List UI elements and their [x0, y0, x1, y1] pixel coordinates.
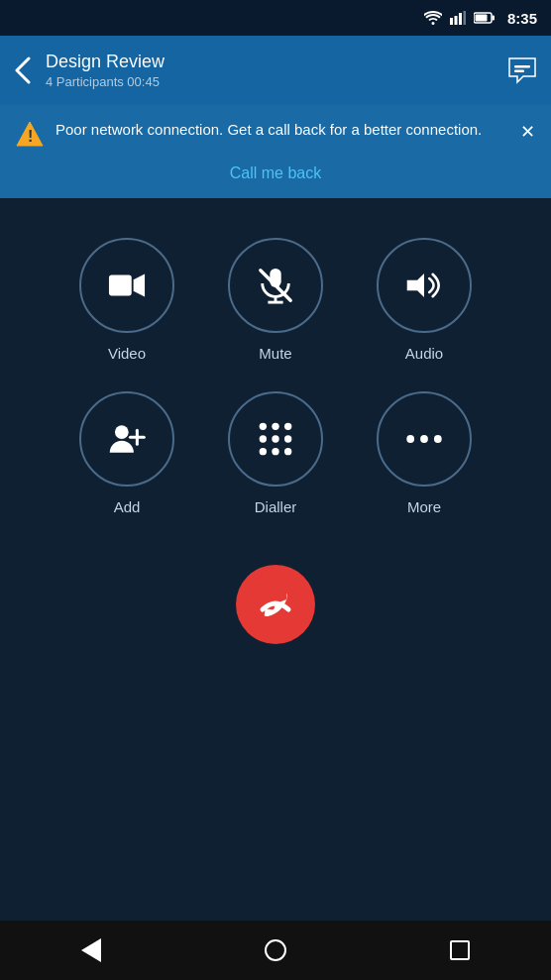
wifi-icon	[424, 11, 442, 25]
end-call-container	[236, 565, 315, 644]
audio-button[interactable]	[377, 238, 472, 333]
notification-row: ! Poor network connection. Get a call ba…	[16, 119, 535, 153]
svg-marker-12	[134, 274, 145, 297]
audio-control[interactable]: Audio	[355, 238, 494, 362]
more-button[interactable]	[377, 391, 472, 487]
close-notification-button[interactable]: ✕	[520, 121, 535, 143]
svg-point-29	[284, 448, 291, 455]
nav-bar	[0, 921, 551, 980]
end-call-icon	[255, 584, 296, 625]
svg-point-21	[260, 423, 267, 430]
svg-marker-17	[407, 273, 424, 297]
dialler-icon	[257, 420, 294, 458]
more-control[interactable]: More	[355, 391, 494, 515]
video-control[interactable]: Video	[57, 238, 196, 362]
chat-button[interactable]	[507, 56, 537, 84]
video-button[interactable]	[79, 238, 174, 333]
mute-label: Mute	[259, 345, 291, 362]
svg-text:!: !	[28, 128, 33, 145]
nav-home-button[interactable]	[265, 939, 286, 961]
video-icon	[108, 267, 146, 304]
more-label: More	[407, 498, 441, 515]
meeting-title: Design Review	[46, 52, 507, 72]
add-button[interactable]	[79, 391, 174, 487]
controls-grid: Video Mute	[28, 238, 523, 515]
meeting-subtitle: 4 Participants 00:45	[46, 74, 507, 89]
battery-icon	[474, 12, 496, 24]
nav-recents-button[interactable]	[450, 940, 470, 960]
header: Design Review 4 Participants 00:45	[0, 36, 551, 105]
recents-nav-icon	[450, 940, 470, 960]
audio-label: Audio	[405, 345, 443, 362]
svg-rect-5	[492, 16, 495, 21]
svg-point-25	[272, 435, 278, 442]
nav-back-button[interactable]	[81, 938, 101, 962]
back-nav-icon	[81, 938, 101, 962]
main-content: Video Mute	[0, 198, 551, 644]
svg-rect-11	[109, 275, 132, 296]
chat-icon	[507, 56, 537, 84]
status-bar: 8:35	[0, 0, 551, 36]
mute-icon	[257, 267, 294, 304]
svg-point-23	[284, 423, 291, 430]
svg-point-31	[420, 435, 428, 443]
more-icon	[405, 420, 443, 458]
add-control[interactable]: Add	[57, 391, 196, 515]
add-label: Add	[114, 498, 141, 515]
add-participant-icon	[108, 420, 146, 458]
dialler-button[interactable]	[228, 391, 323, 487]
svg-point-30	[406, 435, 414, 443]
svg-point-27	[260, 448, 267, 455]
svg-rect-1	[454, 16, 457, 25]
svg-rect-7	[514, 65, 530, 68]
svg-rect-8	[514, 70, 524, 73]
end-call-button[interactable]	[236, 565, 315, 644]
svg-rect-6	[475, 15, 487, 22]
status-time: 8:35	[507, 10, 537, 27]
svg-point-22	[272, 423, 278, 430]
svg-point-26	[284, 435, 291, 442]
video-label: Video	[108, 345, 146, 362]
svg-point-28	[272, 448, 278, 455]
mute-control[interactable]: Mute	[206, 238, 345, 362]
header-info: Design Review 4 Participants 00:45	[46, 52, 507, 89]
svg-point-24	[260, 435, 267, 442]
signal-icon	[450, 11, 466, 25]
call-me-back-button[interactable]: Call me back	[16, 153, 535, 198]
notification-text: Poor network connection. Get a call back…	[55, 119, 508, 141]
notification-banner: ! Poor network connection. Get a call ba…	[0, 105, 551, 198]
back-button[interactable]	[14, 56, 32, 84]
svg-rect-2	[459, 13, 462, 25]
warning-icon: !	[16, 121, 44, 153]
dialler-control[interactable]: Dialler	[206, 391, 345, 515]
dialler-label: Dialler	[255, 498, 297, 515]
svg-point-18	[115, 425, 129, 439]
audio-icon	[405, 267, 443, 304]
mute-button[interactable]	[228, 238, 323, 333]
svg-rect-3	[463, 11, 466, 25]
svg-point-32	[434, 435, 442, 443]
svg-rect-0	[450, 18, 453, 25]
home-nav-icon	[265, 939, 286, 961]
